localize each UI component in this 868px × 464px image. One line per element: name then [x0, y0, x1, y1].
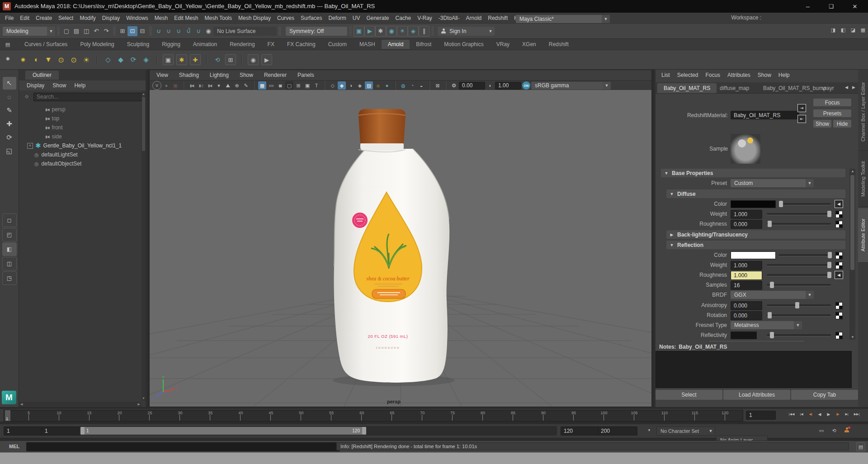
playback-end-field[interactable]	[561, 426, 600, 436]
render-settings-icon[interactable]: ✱	[375, 26, 386, 37]
range-slider-track[interactable]: 1 120	[80, 426, 557, 436]
toggle-workspaces-icon[interactable]: ▦	[859, 26, 867, 34]
material-name-field[interactable]	[731, 111, 799, 119]
texture-map-icon[interactable]	[835, 332, 843, 339]
scroll-left-icon[interactable]: ◀	[20, 402, 23, 406]
attribute-editor-vertical-tab[interactable]: Attribute Editor	[858, 208, 868, 263]
shelf-tab-animation[interactable]: Animation	[187, 40, 223, 49]
slider-handle[interactable]	[770, 332, 774, 338]
texture-map-icon[interactable]	[835, 221, 843, 228]
menu-windows[interactable]: Windows	[123, 14, 151, 23]
pause-viewport-icon[interactable]: ∥	[419, 26, 429, 37]
input-connection-icon[interactable]: ⇥	[797, 104, 806, 112]
play-forwards-button[interactable]: ▶	[825, 410, 833, 418]
select-component-icon[interactable]: ⊟	[137, 26, 147, 36]
output-connection-icon[interactable]: ⇤	[797, 115, 806, 123]
scroll-right-icon[interactable]: ▶	[138, 402, 140, 406]
motion-blur-icon[interactable]: ◔	[408, 81, 416, 90]
playblast-icon[interactable]: ▭	[817, 426, 826, 435]
shelf-tab-vray[interactable]: VRay	[490, 40, 516, 49]
2d-pan-zoom-icon[interactable]: ⊕	[233, 81, 241, 90]
diffuse-roughness-slider[interactable]	[767, 223, 831, 225]
menu-3dtoall[interactable]: -3DtoAll-	[435, 14, 463, 23]
reflectivity-slider[interactable]	[767, 334, 831, 336]
reflectivity-swatch[interactable]	[731, 331, 757, 339]
range-start-handle[interactable]	[80, 427, 85, 435]
outliner-item-side[interactable]: ▮◀ side	[45, 132, 62, 141]
menu-edit-mesh[interactable]: Edit Mesh	[171, 14, 201, 23]
use-default-material-icon[interactable]: ◈	[356, 81, 364, 90]
texture-map-icon[interactable]	[835, 262, 843, 269]
arnold-light-manager-icon[interactable]: ⟲	[212, 55, 222, 65]
camera-attributes-icon[interactable]: ▮◀	[206, 81, 214, 90]
snap-projected-center-icon[interactable]: ∪̊	[184, 26, 193, 36]
ae-tab-material[interactable]: Baby_Oil_MAT_RS	[657, 83, 717, 93]
field-chart-icon[interactable]: ⊞	[294, 81, 302, 90]
reflection-weight-slider[interactable]	[767, 264, 831, 266]
arnold-denoiser-icon[interactable]: ✚	[190, 54, 201, 65]
ae-menu-help[interactable]: Help	[775, 71, 793, 80]
anisotropy-field[interactable]	[731, 301, 762, 310]
safe-action-icon[interactable]: ▣	[303, 81, 311, 90]
texture-map-icon[interactable]	[835, 302, 843, 309]
gamma-dropdown[interactable]: sRGB gamma ▼	[531, 82, 611, 90]
command-language-label[interactable]: MEL	[9, 444, 19, 449]
sign-in-dropdown[interactable]: Sign In ▼	[438, 27, 495, 36]
viewport-3d-view[interactable]: shea & cocoa butter 20 FL OZ (591 mL) JO…	[150, 90, 651, 407]
map-connect-icon[interactable]: ◀	[835, 271, 843, 279]
modeling-toolkit-vertical-tab[interactable]: Modeling Toolkit	[858, 152, 868, 207]
shelf-tab-mash[interactable]: MASH	[353, 40, 382, 49]
arnold-render-view-open-icon[interactable]: ◉	[248, 54, 259, 65]
texture-map-icon[interactable]	[835, 252, 843, 259]
arnold-render-play-icon[interactable]: ▶	[261, 54, 272, 65]
scroll-down-icon[interactable]: ▼	[142, 397, 145, 400]
shelf-tab-motion-graphics[interactable]: Motion Graphics	[438, 40, 490, 49]
shelf-tab-xgen[interactable]: XGen	[516, 40, 542, 49]
arnold-render-icon[interactable]: ▣	[163, 54, 174, 65]
image-plane-icon[interactable]: ⛰	[224, 81, 232, 90]
contrast-icon[interactable]: ◗	[486, 81, 494, 90]
animation-end-field[interactable]	[598, 426, 637, 436]
resolution-gate-icon[interactable]: ◙	[276, 81, 284, 90]
outliner-menu-help[interactable]: Help	[71, 81, 89, 90]
anisotropy-slider[interactable]	[767, 304, 831, 306]
shelf-tab-arnold[interactable]: Arnold	[382, 40, 410, 49]
select-tool[interactable]: ↖	[3, 77, 16, 90]
wireframe-on-shaded-icon[interactable]: ▨	[365, 81, 373, 90]
wireframe-icon[interactable]: ◇	[329, 81, 337, 90]
rotate-tool[interactable]: ⟳	[3, 131, 16, 144]
viewport-menu-show[interactable]: Show	[236, 71, 256, 80]
time-slider[interactable]: 5101520253035404550556065707580859095100…	[4, 410, 743, 421]
workspace-dropdown[interactable]: Maya Classic* ▼	[516, 15, 610, 23]
maximize-button[interactable]: ❑	[821, 0, 842, 13]
save-scene-icon[interactable]: ◫	[81, 26, 91, 36]
menu-create[interactable]: Create	[33, 14, 55, 23]
slider-handle[interactable]	[770, 282, 774, 288]
menu-modify[interactable]: Modify	[76, 14, 99, 23]
scroll-up-icon[interactable]: ▲	[142, 92, 145, 95]
step-forward-frame-button[interactable]: ▶|	[843, 410, 851, 418]
step-back-frame-button[interactable]: |◀	[797, 410, 806, 418]
reflection-color-swatch[interactable]	[731, 251, 776, 259]
layout-two-pane-button[interactable]: ◫	[2, 257, 17, 270]
shelf-tab-curves-surfaces[interactable]: Curves / Surfaces	[18, 40, 74, 49]
menu-arnold[interactable]: Arnold	[463, 14, 485, 23]
ae-menu-show[interactable]: Show	[755, 71, 774, 80]
reflection-roughness-slider[interactable]	[767, 274, 831, 276]
shelf-tab-fx-caching[interactable]: FX Caching	[281, 40, 322, 49]
close-button[interactable]: ✕	[844, 0, 865, 13]
vray-framebuffer-icon[interactable]: V	[152, 81, 161, 90]
menu-redshift[interactable]: Redshift	[485, 14, 511, 23]
ipr-render-icon[interactable]: ▶	[364, 26, 375, 37]
current-frame-marker[interactable]: 1	[5, 410, 10, 421]
menu-set-dropdown[interactable]: Modeling ▼	[3, 27, 55, 36]
select-hierarchy-icon[interactable]: ⊞	[118, 26, 127, 36]
multisample-icon[interactable]: ◒	[417, 81, 425, 90]
shadows-icon[interactable]: ●	[383, 81, 391, 90]
step-back-key-button[interactable]: ◀|	[807, 410, 815, 418]
arnold-standin-icon[interactable]: ◇	[103, 55, 113, 65]
outliner-item-default-light-set[interactable]: ◎ defaultLightSet	[34, 150, 78, 159]
snap-point-icon[interactable]: ∪	[174, 26, 184, 36]
arnold-area-light-icon[interactable]: ✷	[18, 55, 28, 65]
arnold-physical-sky-icon[interactable]: ☀	[81, 55, 91, 65]
